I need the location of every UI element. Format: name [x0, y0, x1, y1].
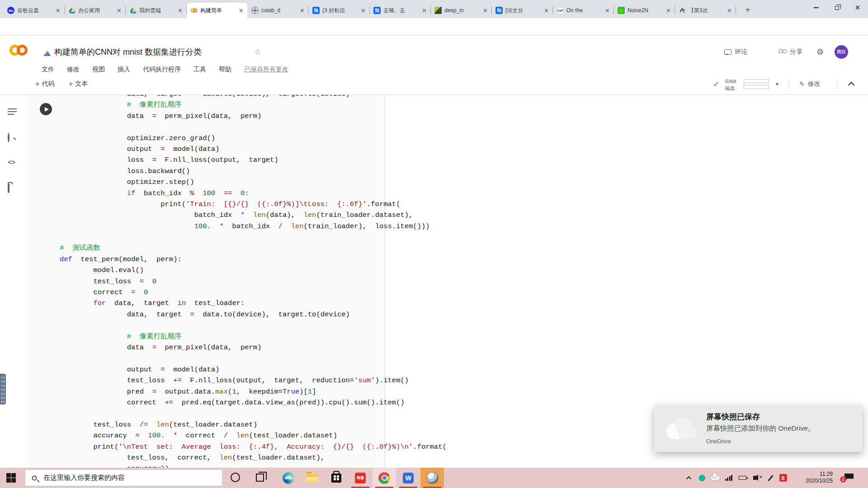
code-line[interactable]: loss = F.nll_loss(output, target)	[60, 155, 447, 165]
browser-tab[interactable]: deep_in✕	[431, 3, 491, 18]
code-line[interactable]	[60, 320, 447, 331]
code-line[interactable]: test_loss /= len(test_loader.dataset)	[60, 419, 447, 430]
tab-close-icon[interactable]: ✕	[178, 7, 183, 14]
browser-tab[interactable]: 我的雲端✕	[126, 3, 186, 18]
network-signal-icon[interactable]	[722, 468, 735, 488]
battery-icon[interactable]	[736, 468, 749, 488]
code-line[interactable]: # 像素打乱顺序	[60, 331, 447, 342]
browser-tab[interactable]: 知去噪、去✕	[370, 3, 430, 18]
tab-close-icon[interactable]: ✕	[483, 7, 488, 14]
taskbar-app-chrome[interactable]	[373, 468, 396, 488]
code-line[interactable]: correct += pred.eq(target.data.view_as(p…	[60, 397, 447, 408]
code-line[interactable]: data, target = data.to(device), target.t…	[60, 309, 447, 320]
browser-tab[interactable]: 知(3 封私信✕	[309, 3, 369, 18]
taskbar-app-wps[interactable]: W	[396, 468, 420, 488]
tab-close-icon[interactable]: ✕	[666, 7, 671, 14]
code-editor[interactable]: data, target = data.to(device), target.t…	[60, 89, 447, 474]
taskbar-clock[interactable]: 11:29 2020/10/25	[797, 471, 833, 484]
tab-close-icon[interactable]: ✕	[56, 7, 61, 14]
docked-window-edge[interactable]	[0, 374, 6, 404]
code-line[interactable]: def test_perm(model, perm):	[60, 254, 447, 265]
pen-input-icon[interactable]	[765, 468, 776, 488]
notebook-star-icon[interactable]: ☆	[254, 47, 261, 57]
search-icon[interactable]	[8, 134, 9, 142]
tab-close-icon[interactable]: ✕	[727, 7, 732, 14]
code-line[interactable]: loss.backward()	[60, 166, 447, 177]
code-line[interactable]: print('\nTest set: Average loss: {:.4f},…	[60, 441, 447, 452]
taskbar-app-avatar[interactable]	[420, 468, 444, 488]
taskbar-search-box[interactable]: 在这里输入你要搜索的内容	[25, 469, 222, 486]
menu-runtime[interactable]: 代码执行程序	[137, 64, 187, 76]
tray-expand-chevron-icon[interactable]	[684, 468, 695, 488]
code-line[interactable]: batch_idx * len(data), len(train_loader.…	[60, 210, 447, 221]
menu-edit[interactable]: 修改	[61, 64, 86, 76]
browser-tab[interactable]: CvFOn the✕	[553, 3, 613, 18]
table-of-contents-icon[interactable]	[8, 108, 17, 115]
colab-account-avatar[interactable]: 腾跃	[835, 45, 848, 59]
minimize-button[interactable]	[806, 0, 826, 15]
new-tab-button[interactable]: +	[741, 4, 754, 16]
tab-close-icon[interactable]: ✕	[300, 7, 305, 14]
code-line[interactable]: output = model(data)	[60, 364, 447, 375]
colab-logo-icon[interactable]	[8, 43, 29, 59]
code-line[interactable]: test_loss = 0	[60, 276, 447, 287]
taskbar-app-edge[interactable]	[277, 468, 300, 488]
onedrive-tray-icon[interactable]	[709, 468, 722, 488]
menu-file[interactable]: 文件	[35, 64, 61, 76]
run-cell-button[interactable]	[40, 103, 52, 115]
browser-tab[interactable]: 【第3次✕	[675, 3, 736, 18]
restore-button[interactable]	[826, 0, 847, 15]
taskbar-app-store[interactable]	[325, 468, 348, 488]
code-line[interactable]: test_loss += F.nll_loss(output, target, …	[60, 375, 447, 386]
collapse-header-chevron-icon[interactable]	[848, 82, 854, 88]
browser-tab[interactable]: 知[论文分✕	[492, 3, 552, 18]
browser-tab[interactable]: 构建简单✕	[187, 3, 247, 18]
tray-app-dot-icon[interactable]	[696, 468, 708, 488]
code-line[interactable]: correct = 0	[60, 287, 447, 298]
tab-close-icon[interactable]: ✕	[239, 7, 244, 14]
code-line[interactable]: # 像素打乱顺序	[60, 99, 447, 110]
disk-usage-bar[interactable]	[744, 85, 769, 89]
saved-status-link[interactable]: 已保存所有更改	[238, 64, 295, 76]
menu-insert[interactable]: 插入	[111, 64, 137, 76]
cortana-icon[interactable]	[231, 473, 240, 482]
add-text-button[interactable]: + 文本	[69, 80, 88, 88]
code-line[interactable]: optimizer.step()	[60, 177, 447, 188]
code-line[interactable]: print('Train: [{}/{} ({:.0f}%)]\tLoss: {…	[60, 199, 447, 210]
start-button[interactable]	[6, 473, 16, 483]
volume-muted-icon[interactable]	[749, 468, 764, 488]
add-code-button[interactable]: + 代码	[35, 80, 54, 88]
menu-view[interactable]: 视图	[86, 64, 111, 76]
code-line[interactable]: model.eval()	[60, 265, 447, 276]
share-button[interactable]: 分享	[778, 48, 802, 56]
comment-button[interactable]: 评论	[724, 48, 747, 56]
youdao-tray-icon[interactable]: S	[777, 468, 789, 488]
code-line[interactable]: 100. * batch_idx / len(train_loader), lo…	[60, 221, 447, 232]
code-line[interactable]: test_loss, correct, len(test_loader.data…	[60, 452, 447, 463]
code-line[interactable]: output = model(data)	[60, 144, 447, 155]
settings-gear-icon[interactable]: ⚙	[816, 47, 824, 57]
menu-help[interactable]: 帮助	[212, 64, 238, 76]
browser-tab[interactable]: 办公家用✕	[65, 3, 125, 18]
tab-close-icon[interactable]: ✕	[422, 7, 427, 14]
taskbar-app-youdao[interactable]: 有道	[349, 468, 372, 488]
tab-close-icon[interactable]: ✕	[117, 7, 122, 14]
code-line[interactable]: for data, target in test_loader:	[60, 298, 447, 309]
edit-mode-button[interactable]: ✎ 修改	[799, 80, 821, 88]
browser-tab[interactable]: colab_d✕	[248, 3, 308, 18]
tab-close-icon[interactable]: ✕	[361, 7, 366, 14]
task-view-icon[interactable]	[256, 474, 264, 482]
files-icon[interactable]	[8, 184, 9, 192]
code-line[interactable]: # 测试函数	[60, 243, 447, 253]
browser-tab[interactable]: du谷歌云盘✕	[4, 3, 64, 18]
code-line[interactable]: data = perm_pixel(data, perm)	[60, 111, 447, 122]
code-line[interactable]: if batch_idx % 100 == 0:	[60, 188, 447, 199]
code-line[interactable]	[60, 232, 447, 243]
code-snippets-icon[interactable]: <>	[8, 159, 15, 166]
tab-close-icon[interactable]: ✕	[544, 7, 549, 14]
taskbar-app-explorer[interactable]	[301, 468, 324, 488]
browser-tab[interactable]: ☺Noise2N✕	[614, 3, 675, 18]
notebook-title[interactable]: 构建简单的CNN对 mnist 数据集进行分类	[54, 47, 202, 57]
resources-caret-icon[interactable]: ▾	[776, 81, 778, 87]
close-button[interactable]: ✕	[847, 0, 868, 15]
